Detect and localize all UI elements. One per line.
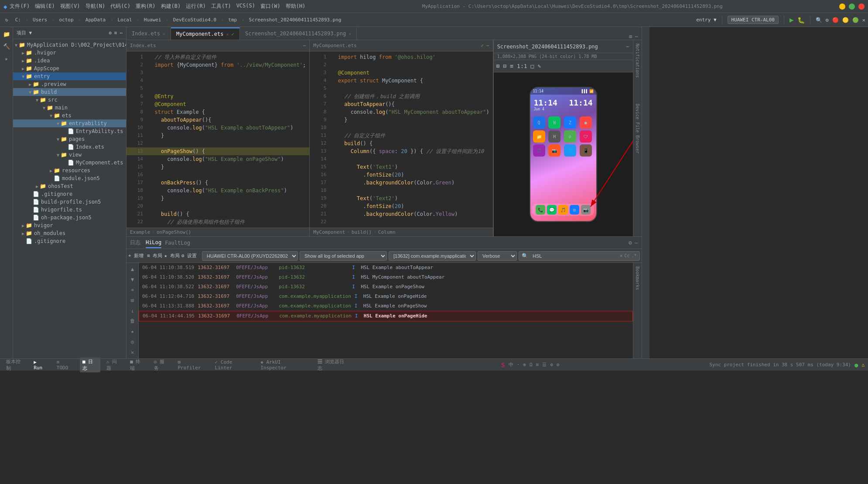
toolbar-breadcrumb-huawei[interactable]: Huawei bbox=[141, 16, 164, 24]
log-layout-btn[interactable]: ≡ 布局 bbox=[147, 252, 162, 259]
menu-build[interactable]: 构建(B) bbox=[161, 3, 181, 10]
menu-run[interactable]: 运行(R) bbox=[186, 3, 206, 10]
log-clear-btn[interactable]: 🗑 bbox=[128, 317, 137, 325]
preview-tool-1-1[interactable]: 1:1 bbox=[517, 63, 527, 69]
log-scroll-down[interactable]: ▼ bbox=[128, 275, 137, 284]
tree-item-main[interactable]: ▼ 📁 main bbox=[13, 104, 126, 112]
tab-index-ets[interactable]: Index.ets ✕ bbox=[126, 27, 171, 40]
tab-mycomponent-close[interactable]: ✕ bbox=[226, 32, 229, 37]
tree-item-hvigor2[interactable]: ▶ 📁 hvigor bbox=[13, 222, 126, 229]
log-filter-select[interactable]: Show all log of selected app bbox=[300, 251, 387, 261]
tree-item-oh-modules[interactable]: ▶ 📁 oh_modules bbox=[13, 229, 126, 237]
toolbar-green-btn[interactable]: 🟢 bbox=[852, 17, 859, 23]
menu-bar[interactable]: 文件(F) 编辑(E) 视图(V) 导航(N) 代码(C) 重构(R) 构建(B… bbox=[10, 3, 305, 10]
log-wrap-btn[interactable]: ≡ bbox=[128, 286, 137, 294]
preview-tool-grid[interactable]: ⊞ bbox=[496, 63, 500, 69]
menu-nav[interactable]: 导航(N) bbox=[85, 3, 106, 10]
status-run-btn[interactable]: ▶ Run bbox=[31, 358, 51, 372]
status-codelinter-btn[interactable]: ✓ Code Linter bbox=[212, 358, 255, 372]
tree-more-icon[interactable]: ⋯ bbox=[120, 30, 123, 36]
tree-item-mycomponent-ets[interactable]: ▶ 📄 MyComponent.ets bbox=[13, 159, 126, 167]
tree-item-entry[interactable]: ▼ 📁 entry bbox=[13, 72, 126, 80]
menu-refactor[interactable]: 重构(R) bbox=[136, 3, 156, 10]
toolbar-breadcrumb-users[interactable]: Users bbox=[30, 16, 50, 24]
tab-mycomponent-ets[interactable]: MyComponent.ets ✕ ✓ bbox=[171, 27, 240, 40]
tree-item-build-profile[interactable]: ▶ 📄 build-profile.json5 bbox=[13, 198, 126, 206]
tree-item-view[interactable]: ▼ 📁 view bbox=[13, 151, 126, 159]
sidebar-icon-project[interactable]: 📁 bbox=[1, 29, 12, 39]
menu-help[interactable]: 帮助(H) bbox=[286, 3, 306, 10]
log-add-btn[interactable]: + 新增 bbox=[128, 252, 144, 259]
tree-item-src[interactable]: ▼ 📁 src bbox=[13, 96, 126, 104]
tab-more-icon[interactable]: ⋯ bbox=[635, 34, 638, 40]
status-list[interactable]: ≡ bbox=[536, 362, 539, 368]
log-search-input[interactable] bbox=[530, 251, 620, 261]
tree-settings-icon[interactable]: ⚙ bbox=[109, 30, 112, 36]
preview-tool-edit[interactable]: ✎ bbox=[537, 63, 541, 69]
status-arkui-btn[interactable]: ◈ ArkUI Inspector bbox=[258, 358, 311, 372]
preview-tool-rect[interactable]: □ bbox=[531, 63, 534, 69]
toolbar-breadcrumb-octop[interactable]: octop bbox=[56, 16, 76, 24]
sidebar-icon-bookmarks[interactable]: ★ bbox=[1, 53, 12, 64]
menu-view[interactable]: 视图(V) bbox=[60, 3, 80, 10]
breadcrumb-build[interactable]: build() bbox=[352, 229, 372, 235]
menu-code[interactable]: 代码(C) bbox=[110, 3, 130, 10]
log-device-select[interactable]: HUAWEI CTR-AL00 (PXUYD22628020934) bbox=[202, 251, 298, 261]
tab-index-close[interactable]: ✕ bbox=[163, 31, 165, 36]
toolbar-breadcrumb-deveco[interactable]: DevEcoStudio4.0 bbox=[171, 16, 219, 24]
tree-item-entryability-ts[interactable]: ▶ 📄 EntryAbility.ts bbox=[13, 127, 126, 135]
toolbar-search-icon[interactable]: 🔍 bbox=[816, 17, 822, 23]
preview-tool-fit[interactable]: ≡ bbox=[510, 63, 513, 69]
log-tab-hilog-label[interactable]: HiLog bbox=[146, 238, 161, 248]
log-tab-faultlog[interactable]: FaultLog bbox=[165, 238, 190, 248]
tab-screenshot[interactable]: Screenshot_20240604111452893.png ✕ bbox=[240, 27, 357, 40]
editor1-more[interactable]: ⋯ bbox=[303, 43, 306, 48]
notifications-label[interactable]: Notifications bbox=[635, 44, 640, 78]
log-download-btn[interactable]: ↓ bbox=[128, 307, 137, 315]
tree-item-myapplication[interactable]: ▼ 📁 MyApplication D:\002_Project\014_Dev… bbox=[13, 41, 126, 49]
tree-item-oh-package[interactable]: ▶ 📄 oh-package.json5 bbox=[13, 214, 126, 222]
log-bookmark-btn[interactable]: ★ bbox=[128, 327, 137, 336]
bookmarks-panel[interactable]: Bookmarks bbox=[633, 263, 642, 358]
sidebar-icon-structure[interactable]: 🔨 bbox=[1, 41, 12, 51]
preview-tool-minus[interactable]: ⊟ bbox=[503, 63, 506, 69]
status-gear2[interactable]: ⚙ bbox=[557, 362, 560, 368]
log-search-clear[interactable]: ✕ bbox=[620, 253, 623, 259]
tree-item-ohostest[interactable]: ▶ 📁 ohosTest bbox=[13, 182, 126, 190]
tree-collapse-icon[interactable]: ≡ bbox=[114, 30, 117, 36]
log-scroll-up[interactable]: ▲ bbox=[128, 265, 137, 273]
status-omega[interactable]: Ω bbox=[530, 362, 533, 368]
status-profiler-btn[interactable]: ⊞ Profiler bbox=[175, 358, 208, 372]
status-log-btn[interactable]: ■ 日志 bbox=[80, 358, 100, 372]
log-grid-btn[interactable]: ⊞ bbox=[128, 296, 137, 305]
status-lang[interactable]: 中 bbox=[509, 361, 513, 368]
status-services-btn[interactable]: ◎ 服务 bbox=[151, 358, 172, 372]
preview-more[interactable]: ⋯ bbox=[626, 44, 629, 50]
tree-item-gitignore[interactable]: ▶ 📄 .gitignore bbox=[13, 190, 126, 198]
tree-item-hvigorfile-ts[interactable]: ▶ 📄 hvigorfile.ts bbox=[13, 206, 126, 214]
minimize-button[interactable] bbox=[839, 3, 845, 10]
editor2-content[interactable]: 1 import hilog from '@ohos.hilog' 2 3 @C… bbox=[310, 51, 492, 228]
project-label[interactable]: 项目 ▼ bbox=[17, 30, 32, 36]
tree-item-build[interactable]: ▼ 📁 build bbox=[13, 88, 126, 96]
tree-item-appscope[interactable]: ▶ 📁 AppScope bbox=[13, 65, 126, 72]
menu-file[interactable]: 文件(F) bbox=[10, 3, 30, 10]
breadcrumb-mycomponent[interactable]: MyComponent bbox=[313, 229, 345, 235]
log-app-select[interactable]: [13632] com.example.myapplication bbox=[389, 251, 476, 261]
tab-screenshot-close[interactable]: ✕ bbox=[349, 31, 351, 36]
toolbar-breadcrumb-c[interactable]: C: bbox=[13, 16, 24, 24]
tab-split-icon[interactable]: ⊞ bbox=[629, 34, 632, 40]
toolbar-breadcrumb-appdata[interactable]: AppData bbox=[83, 16, 108, 24]
breadcrumb-onpageshow[interactable]: onPageShow() bbox=[157, 229, 191, 235]
log-close2-btn[interactable]: ✕ bbox=[128, 348, 137, 357]
status-bars[interactable]: ☰ bbox=[542, 362, 547, 368]
toolbar-breadcrumb-tmp[interactable]: tmp bbox=[226, 16, 239, 24]
editor1-content[interactable]: 1 // 导入外界自定义子组件 2 import {MyComponent} f… bbox=[126, 51, 309, 228]
log-settings-icon[interactable]: ⚙ bbox=[629, 239, 632, 246]
toolbar-device-dropdown[interactable]: HUAWEI CTR-AL00 bbox=[728, 16, 779, 24]
breadcrumb-column[interactable]: Column bbox=[378, 229, 396, 235]
toolbar-breadcrumb-local[interactable]: Local bbox=[115, 16, 134, 24]
log-level-select[interactable]: Verbose bbox=[478, 251, 517, 261]
menu-edit[interactable]: 编辑(E) bbox=[35, 3, 55, 10]
menu-tools[interactable]: 工具(T) bbox=[211, 3, 231, 10]
